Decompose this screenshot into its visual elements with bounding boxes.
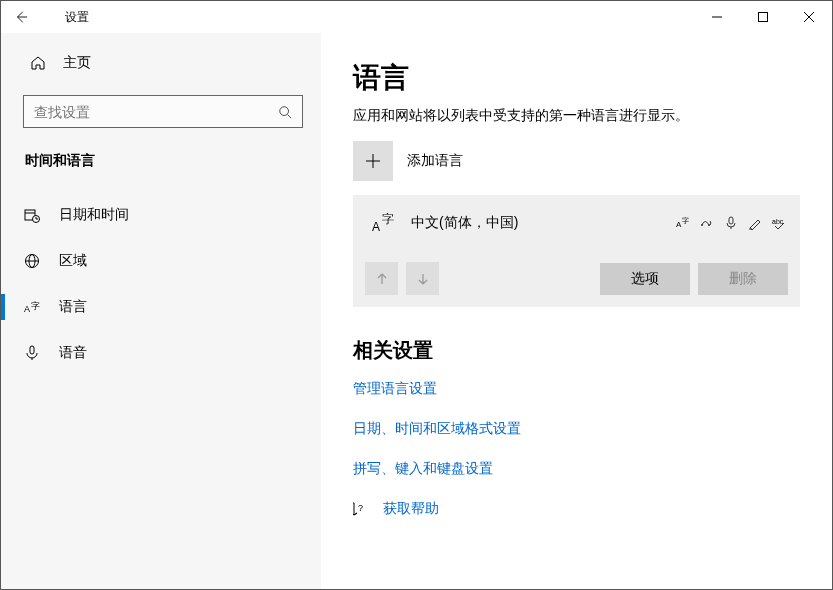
related-settings-header: 相关设置 <box>353 337 800 364</box>
sidebar-item-datetime[interactable]: 日期和时间 <box>1 192 321 238</box>
help-icon: ? <box>353 501 369 517</box>
search-icon <box>278 105 292 119</box>
svg-text:A: A <box>372 220 380 234</box>
page-description: 应用和网站将以列表中受支持的第一种语言进行显示。 <box>353 107 800 125</box>
search-box[interactable] <box>23 95 303 128</box>
svg-point-24 <box>701 224 703 226</box>
move-down-button <box>406 262 439 295</box>
sidebar-item-language[interactable]: A字 语言 <box>1 284 321 330</box>
svg-text:?: ? <box>358 503 363 513</box>
sidebar-item-region[interactable]: 区域 <box>1 238 321 284</box>
sidebar-group-header: 时间和语言 <box>1 136 321 186</box>
svg-rect-1 <box>759 13 768 22</box>
add-language-label: 添加语言 <box>407 152 463 170</box>
speech-recognition-icon <box>724 216 738 230</box>
sidebar-item-label: 语言 <box>59 298 87 316</box>
sidebar: 主页 时间和语言 日期和时间 <box>1 33 321 589</box>
delete-label: 删除 <box>729 270 757 288</box>
options-button[interactable]: 选项 <box>600 263 690 295</box>
language-glyph-icon: A字 <box>367 211 401 235</box>
spellcheck-icon: abc <box>772 216 786 230</box>
svg-rect-16 <box>30 346 34 354</box>
microphone-icon <box>23 345 41 361</box>
search-input[interactable] <box>24 96 302 127</box>
move-up-button <box>365 262 398 295</box>
home-icon <box>29 55 47 71</box>
link-spelling-typing-keyboard[interactable]: 拼写、键入和键盘设置 <box>353 460 800 478</box>
main-content: 语言 应用和网站将以列表中受支持的第一种语言进行显示。 添加语言 A字 中文(简… <box>321 33 832 589</box>
get-help-link[interactable]: 获取帮助 <box>383 500 439 518</box>
maximize-button[interactable] <box>740 1 786 33</box>
sidebar-item-label: 区域 <box>59 252 87 270</box>
options-label: 选项 <box>631 270 659 288</box>
sidebar-item-speech[interactable]: 语音 <box>1 330 321 376</box>
text-to-speech-icon <box>700 216 714 230</box>
language-item[interactable]: A字 中文(简体，中国) A字 abc <box>353 195 800 250</box>
svg-point-4 <box>280 106 289 115</box>
globe-icon <box>23 253 41 269</box>
back-button[interactable] <box>1 1 41 33</box>
close-button[interactable] <box>786 1 832 33</box>
link-admin-language[interactable]: 管理语言设置 <box>353 380 800 398</box>
handwriting-icon <box>748 216 762 230</box>
svg-text:字: 字 <box>682 217 689 224</box>
plus-icon <box>353 141 393 181</box>
page-title: 语言 <box>353 59 800 97</box>
display-language-icon: A字 <box>676 216 690 230</box>
svg-rect-26 <box>729 217 733 224</box>
svg-point-25 <box>708 224 710 226</box>
svg-line-5 <box>288 114 292 118</box>
svg-text:abc: abc <box>772 218 784 225</box>
add-language-button[interactable]: 添加语言 <box>353 141 800 181</box>
minimize-button[interactable] <box>694 1 740 33</box>
calendar-clock-icon <box>23 207 41 223</box>
home-label: 主页 <box>63 54 91 72</box>
svg-text:字: 字 <box>31 301 40 311</box>
language-icon: A字 <box>23 299 41 316</box>
svg-text:字: 字 <box>382 212 394 226</box>
sidebar-item-label: 日期和时间 <box>59 206 129 224</box>
svg-text:A: A <box>24 304 30 314</box>
window-title: 设置 <box>65 9 89 26</box>
language-name: 中文(简体，中国) <box>411 214 676 232</box>
home-button[interactable]: 主页 <box>1 43 321 83</box>
sidebar-item-label: 语音 <box>59 344 87 362</box>
delete-button: 删除 <box>698 263 788 295</box>
language-card: A字 中文(简体，中国) A字 abc <box>353 195 800 307</box>
link-datetime-region-format[interactable]: 日期、时间和区域格式设置 <box>353 420 800 438</box>
